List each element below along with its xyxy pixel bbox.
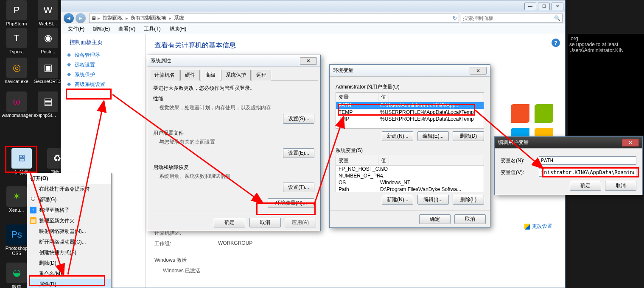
sidebar-item-remote[interactable]: ◆远程设置	[64, 60, 142, 70]
maximize-button[interactable]: ☐	[538, 3, 550, 10]
close-button[interactable]: ✕	[622, 139, 639, 147]
apply-button[interactable]: 应用(A)	[285, 218, 316, 227]
user-delete-button[interactable]: 删除(D)	[453, 131, 484, 141]
dialog-title[interactable]: 编辑用户变量 ✕	[495, 137, 642, 149]
ok-button[interactable]: 确定	[570, 181, 601, 191]
shield-icon: ◆	[67, 81, 71, 87]
breadcrumb-3[interactable]: 系统	[173, 14, 185, 22]
sys-var-row[interactable]: PathD:\Program Files\VanDyke Softwa...	[336, 186, 484, 192]
cancel-button[interactable]: 取消	[454, 214, 486, 224]
ctx-grid[interactable]: +整理至新格子	[27, 205, 111, 216]
user-var-row-path[interactable]: PATHC:\Users\Administrator.KING\App...	[336, 102, 484, 109]
close-button[interactable]: ✕	[300, 57, 317, 65]
desktop-icon-typora[interactable]: TTypora	[2, 28, 31, 54]
desktop-icon-wamp[interactable]: ωwampmanager.exe	[2, 91, 31, 118]
search-icon[interactable]: 🔍	[554, 15, 560, 21]
var-value-input[interactable]	[539, 168, 636, 177]
ctx-rename[interactable]: 重命名(M)	[27, 269, 111, 279]
terminal-line: .org	[569, 36, 642, 42]
sys-edit-button[interactable]: 编辑(I)...	[417, 195, 449, 205]
user-var-row-temp[interactable]: TEMP%USERPROFILE%\AppData\Local\Temp	[336, 109, 484, 116]
settings-button-perf[interactable]: 设置(S)...	[283, 114, 314, 124]
desktop-icon-computer[interactable]: 🖥计算机	[7, 148, 36, 176]
tab-hardware[interactable]: 硬件	[180, 70, 200, 80]
shield-icon: ◆	[67, 52, 71, 58]
desktop-icon-phpstudy[interactable]: ▤phpSt...	[33, 91, 63, 118]
ctx-map-drive[interactable]: 映射网络驱动器(N)...	[27, 226, 111, 237]
cancel-button[interactable]: 取消	[249, 218, 281, 227]
tab-remote[interactable]: 远程	[252, 70, 271, 80]
help-icon[interactable]: ?	[552, 39, 560, 47]
dialog-title-label: 系统属性	[151, 57, 171, 64]
ctx-properties[interactable]: 属性(R)	[27, 279, 111, 288]
var-value-label: 变量值(V):	[501, 169, 539, 176]
ctx-open-cmd[interactable]: 在此处打开命令提示符	[27, 184, 111, 194]
tabs: 计算机名 硬件 高级 系统保护 远程	[150, 69, 318, 80]
system-properties-dialog: 系统属性 ✕ 计算机名 硬件 高级 系统保护 远程 要进行大多数更改，您必须作为…	[147, 55, 321, 231]
env-vars-button[interactable]: 环境变量(N)...	[268, 198, 314, 208]
dialog-title[interactable]: 环境变量 ✕	[330, 65, 490, 77]
computer-info: 计算机描述: 工作组:WORKGROUP Windows 激活 Windows …	[154, 228, 557, 276]
sys-new-button[interactable]: 新建(N)...	[382, 195, 413, 205]
sys-var-row[interactable]: NUMBER_OF_PR...4	[336, 172, 484, 179]
sidebar-item-advanced[interactable]: ◆高级系统设置	[64, 80, 142, 89]
ctx-shortcut[interactable]: 创建快捷方式(S)	[27, 247, 111, 258]
address-bar[interactable]: 🖥 ▸ 控制面板 ▸ 所有控制面板项 ▸ 系统 ↻	[89, 14, 459, 23]
group-desc: 系统启动、系统失败和调试信息	[153, 173, 314, 180]
group-profiles: 用户配置文件 与您登录有关的桌面设置 设置(E)...	[153, 130, 314, 158]
breadcrumb-sep: ▸	[124, 15, 129, 21]
ctx-manage[interactable]: 🛡管理(G)	[27, 194, 111, 205]
nav-back-button[interactable]: ◄	[64, 13, 74, 23]
tab-advanced[interactable]: 高级	[201, 70, 220, 80]
change-settings-link[interactable]: 更改设置	[524, 223, 552, 230]
nav-forward-button[interactable]: ►	[76, 13, 86, 23]
ok-button[interactable]: 确定	[214, 218, 245, 227]
menu-edit[interactable]: 编辑(E)	[89, 25, 114, 33]
menu-tools[interactable]: 工具(T)	[140, 25, 165, 33]
breadcrumb-2[interactable]: 所有控制面板项	[129, 14, 168, 22]
user-new-button[interactable]: 新建(N)...	[382, 131, 413, 141]
ok-button[interactable]: 确定	[419, 214, 451, 224]
ctx-delete[interactable]: 删除(D)	[27, 258, 111, 269]
menu-file[interactable]: 文件(F)	[64, 25, 89, 33]
desktop-icon-webstorm[interactable]: WWebSt...	[33, 0, 63, 26]
sidebar-item-protection[interactable]: ◆系统保护	[64, 70, 142, 80]
page-title: 查看有关计算机的基本信息	[154, 41, 557, 50]
close-button[interactable]: ✕	[470, 67, 487, 75]
ctx-disconnect-drive[interactable]: 断开网络驱动器(C)...	[27, 237, 111, 247]
desktop-icon-phpstorm[interactable]: PPhpStorm	[2, 0, 31, 26]
var-name-input[interactable]	[539, 156, 636, 165]
minimize-button[interactable]: —	[524, 3, 536, 10]
user-var-row-tmp[interactable]: TMP%USERPROFILE%\AppData\Local\Temp	[336, 116, 484, 122]
dialog-title[interactable]: 系统属性 ✕	[147, 55, 320, 67]
context-menu-title[interactable]: 打开(O)	[27, 173, 111, 184]
tab-protection[interactable]: 系统保护	[221, 70, 251, 80]
user-edit-button[interactable]: 编辑(E)...	[417, 131, 449, 141]
breadcrumb-1[interactable]: 控制面板	[101, 14, 124, 22]
search-input[interactable]	[463, 15, 554, 21]
sys-vars-list[interactable]: 变量值 FP_NO_HOST_C...NO NUMBER_OF_PR...4 O…	[336, 156, 484, 192]
titlebar[interactable]: — ☐ ✕	[61, 0, 565, 12]
desktop-icon-navicat[interactable]: ◎navicat.exe	[2, 58, 31, 84]
sidebar-item-device-manager[interactable]: ◆设备管理器	[64, 50, 142, 60]
desktop-icon-securecrt[interactable]: ▣SecureCRT.3	[33, 58, 63, 84]
settings-button-startup[interactable]: 设置(T)...	[283, 183, 314, 192]
tab-computer-name[interactable]: 计算机名	[150, 70, 179, 80]
user-vars-list[interactable]: 变量值 PATHC:\Users\Administrator.KING\App.…	[336, 92, 484, 129]
refresh-icon[interactable]: ↻	[453, 15, 457, 21]
sys-delete-button[interactable]: 删除(L)	[453, 195, 484, 205]
sys-var-row[interactable]: OSWindows_NT	[336, 179, 484, 186]
sidebar-item-label: 设备管理器	[75, 52, 100, 58]
menu-help[interactable]: 帮助(H)	[165, 25, 191, 33]
close-button[interactable]: ✕	[552, 3, 563, 10]
activation-header: Windows 激活	[154, 257, 187, 264]
location-icon: 🖥	[91, 15, 96, 21]
settings-button-profiles[interactable]: 设置(E)...	[283, 148, 314, 158]
ctx-folder[interactable]: ▦整理至新文件夹	[27, 216, 111, 226]
menu-view[interactable]: 查看(V)	[114, 25, 140, 33]
cancel-button[interactable]: 取消	[605, 181, 636, 191]
search-box[interactable]: 🔍	[461, 14, 563, 23]
sidebar-item-label: 系统保护	[75, 72, 95, 78]
desktop-icon-postman[interactable]: ◉Postr...	[33, 28, 63, 54]
sys-var-row[interactable]: FP_NO_HOST_C...NO	[336, 166, 484, 172]
